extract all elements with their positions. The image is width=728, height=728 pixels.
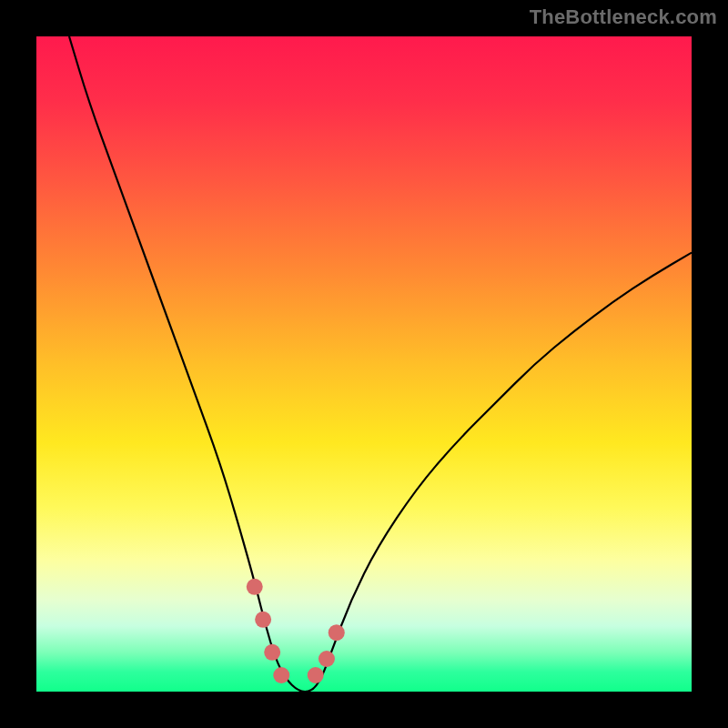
chart-marker: [255, 612, 271, 628]
chart-marker: [329, 624, 345, 641]
chart-markers: [247, 579, 345, 683]
chart-stage: TheBottleneck.com: [0, 0, 728, 728]
chart-marker: [247, 579, 263, 595]
watermark-text: TheBottleneck.com: [530, 5, 717, 29]
chart-svg: [36, 36, 692, 692]
chart-marker: [264, 644, 280, 661]
chart-marker: [318, 651, 335, 667]
bottleneck-curve: [69, 36, 692, 692]
chart-plot-area: [36, 36, 692, 692]
chart-marker: [308, 667, 324, 683]
chart-marker: [273, 667, 289, 683]
